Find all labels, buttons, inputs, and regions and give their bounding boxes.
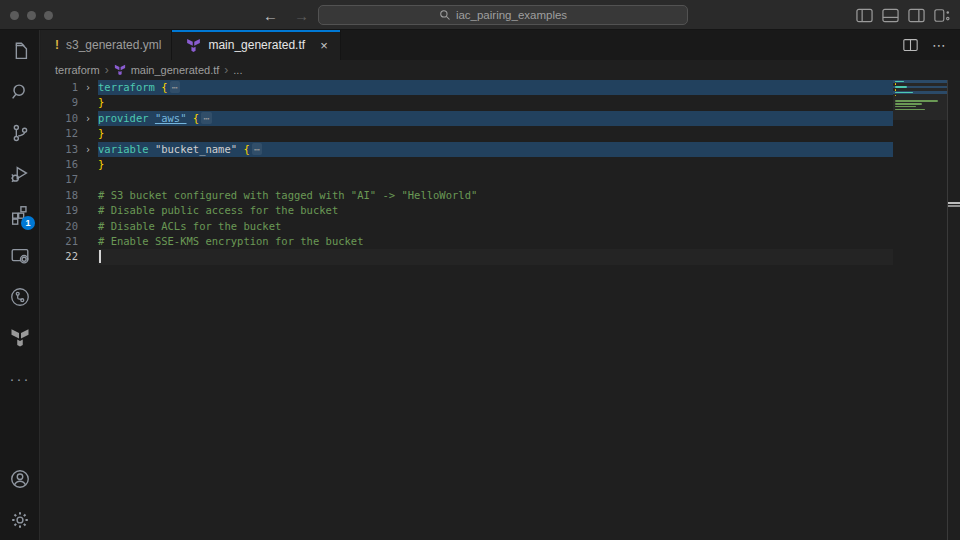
code-line-text: # Disable ACLs for the bucket [98, 219, 947, 234]
fold-chevron-placeholder [78, 188, 98, 203]
fold-chevron-icon[interactable]: › [78, 80, 98, 95]
git-graph-icon[interactable] [0, 276, 40, 317]
code-line-1[interactable]: 1›terraform {⋯ [41, 80, 947, 95]
breadcrumb-folder[interactable]: terraform [55, 64, 100, 76]
fold-chevron-placeholder [78, 172, 98, 187]
code-line-text: # Enable SSE-KMS encryption for the buck… [98, 234, 947, 249]
code-line-text [98, 172, 947, 187]
fold-chevron-placeholder [78, 234, 98, 249]
line-number: 9 [41, 95, 78, 110]
line-number: 18 [41, 188, 78, 203]
code-line-22[interactable]: 22 [41, 249, 947, 264]
extensions-icon[interactable]: 1 [0, 194, 40, 235]
overview-ruler-marker [948, 205, 960, 207]
run-and-debug-icon[interactable] [0, 153, 40, 194]
extensions-badge: 1 [21, 216, 35, 230]
code-line-16[interactable]: 16} [41, 157, 947, 172]
fold-chevron-placeholder [78, 126, 98, 141]
tab-bar: ! s3_generated.yml main_generated.tf × ⋯ [41, 30, 960, 60]
line-number: 17 [41, 172, 78, 187]
code-line-18[interactable]: 18# S3 bucket configured with tagged wit… [41, 188, 947, 203]
line-number: 16 [41, 157, 78, 172]
split-editor-icon[interactable] [903, 38, 918, 52]
minimap[interactable] [893, 80, 947, 540]
tab-label: s3_generated.yml [66, 38, 161, 52]
code-line-text: provider "aws" {⋯ [98, 111, 947, 126]
code-line-text: terraform {⋯ [98, 80, 947, 95]
navigate-forward-button[interactable]: → [294, 8, 309, 23]
code-line-10[interactable]: 10›provider "aws" {⋯ [41, 111, 947, 126]
fold-chevron-icon[interactable]: › [78, 142, 98, 157]
search-view-icon[interactable] [0, 71, 40, 112]
minimize-window-button[interactable] [27, 11, 36, 20]
fold-chevron-placeholder [78, 157, 98, 172]
tab-s3-generated-yml[interactable]: ! s3_generated.yml [41, 30, 172, 60]
fold-chevron-icon[interactable]: › [78, 111, 98, 126]
vscode-window: ← → iac_pairing_examples [0, 0, 960, 540]
close-window-button[interactable] [10, 11, 19, 20]
tab-label: main_generated.tf [208, 38, 305, 52]
remote-explorer-icon[interactable] [0, 235, 40, 276]
line-number: 13 [41, 142, 78, 157]
editor-more-actions-icon[interactable]: ⋯ [932, 37, 946, 53]
code-line-text: } [98, 157, 947, 172]
tab-main-generated-tf[interactable]: main_generated.tf × [172, 30, 340, 60]
line-number: 12 [41, 126, 78, 141]
text-cursor [99, 250, 101, 263]
command-center-text: iac_pairing_examples [456, 9, 567, 21]
code-line-17[interactable]: 17 [41, 172, 947, 187]
breadcrumb-separator: › [105, 63, 109, 77]
breadcrumb-symbol[interactable]: ... [233, 64, 242, 76]
breadcrumb: terraform › main_generated.tf › ... [41, 60, 960, 80]
search-icon [439, 9, 451, 21]
tab-close-icon[interactable]: × [318, 38, 330, 53]
overview-ruler-marker [948, 202, 960, 204]
code-editor[interactable]: 1›terraform {⋯9}10›provider "aws" {⋯12}1… [41, 80, 947, 540]
code-line-19[interactable]: 19# Disable public access for the bucket [41, 203, 947, 218]
fold-chevron-placeholder [78, 219, 98, 234]
terraform-view-icon[interactable] [0, 317, 40, 358]
more-views-icon[interactable]: ··· [0, 358, 40, 399]
customize-layout-icon[interactable] [934, 8, 950, 23]
code-line-12[interactable]: 12} [41, 126, 947, 141]
fold-chevron-placeholder [78, 203, 98, 218]
code-line-21[interactable]: 21# Enable SSE-KMS encryption for the bu… [41, 234, 947, 249]
navigate-back-button[interactable]: ← [263, 8, 278, 23]
code-line-text: # S3 bucket configured with tagged with … [98, 188, 947, 203]
explorer-icon[interactable] [0, 30, 40, 71]
code-line-13[interactable]: 13›variable "bucket_name" {⋯ [41, 142, 947, 157]
minimap-line [893, 111, 947, 114]
code-line-text: variable "bucket_name" {⋯ [98, 142, 947, 157]
code-line-text: # Disable public access for the bucket [98, 203, 947, 218]
line-number: 10 [41, 111, 78, 126]
toggle-panel-icon[interactable] [882, 8, 899, 23]
source-control-icon[interactable] [0, 112, 40, 153]
toggle-secondary-sidebar-icon[interactable] [908, 8, 925, 23]
breadcrumb-separator: › [224, 63, 228, 77]
fold-chevron-placeholder [78, 249, 98, 264]
code-line-text: } [98, 126, 947, 141]
overview-ruler[interactable] [947, 80, 960, 540]
code-line-text [98, 249, 947, 264]
fold-chevron-placeholder [78, 95, 98, 110]
breadcrumb-file[interactable]: main_generated.tf [131, 64, 220, 76]
terraform-file-icon [114, 64, 126, 76]
maximize-window-button[interactable] [44, 11, 53, 20]
line-number: 21 [41, 234, 78, 249]
traffic-lights [10, 11, 53, 20]
yaml-warning-icon: ! [55, 38, 59, 52]
line-number: 20 [41, 219, 78, 234]
code-line-text: } [98, 95, 947, 110]
line-number: 1 [41, 80, 78, 95]
code-line-20[interactable]: 20# Disable ACLs for the bucket [41, 219, 947, 234]
accounts-icon[interactable] [0, 458, 40, 499]
toggle-primary-sidebar-icon[interactable] [856, 8, 873, 23]
line-number: 19 [41, 203, 78, 218]
settings-gear-icon[interactable] [0, 499, 40, 540]
command-center-search[interactable]: iac_pairing_examples [318, 5, 688, 25]
code-line-9[interactable]: 9} [41, 95, 947, 110]
line-number: 22 [41, 249, 78, 264]
activity-bar: 1 [0, 30, 40, 540]
titlebar: ← → iac_pairing_examples [0, 0, 960, 30]
terraform-file-icon [186, 38, 201, 53]
